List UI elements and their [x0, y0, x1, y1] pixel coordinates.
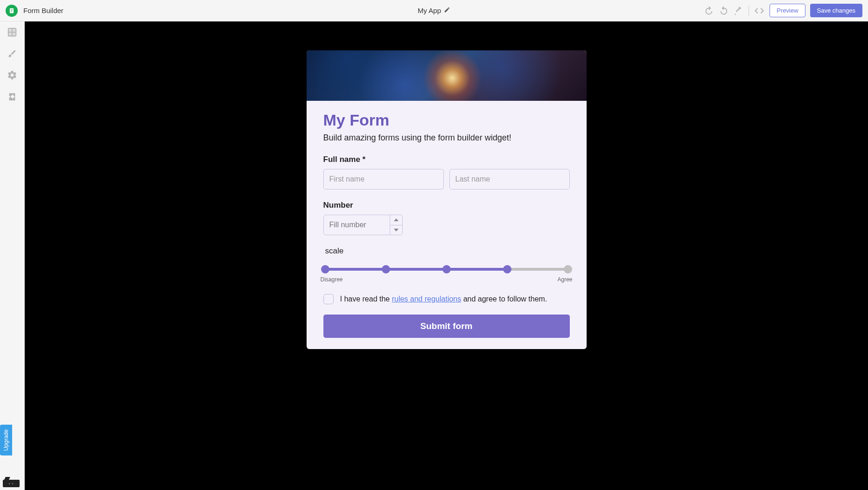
app-label: Form Builder [23, 7, 63, 14]
topbar: Form Builder My App Preview Save changes [0, 0, 868, 21]
edit-title-icon[interactable] [444, 7, 450, 15]
redo-icon[interactable] [719, 6, 729, 16]
analytics-icon[interactable] [7, 91, 17, 102]
grid-icon[interactable] [7, 27, 17, 37]
code-icon[interactable] [754, 5, 765, 16]
number-step-up[interactable] [390, 215, 403, 225]
toolbar-divider [749, 6, 749, 16]
form-header-image [307, 50, 587, 101]
document-icon [8, 7, 15, 14]
consent-text: I have read the rules and regulations an… [340, 295, 547, 303]
scale-left-label: Disagree [321, 276, 343, 283]
preview-button[interactable]: Preview [770, 4, 805, 17]
form-subtitle: Build amazing forms using the form build… [323, 133, 570, 143]
number-step-down[interactable] [390, 225, 403, 236]
number-label: Number [323, 201, 570, 210]
form-card[interactable]: My Form Build amazing forms using the fo… [307, 50, 587, 349]
svg-rect-3 [11, 11, 12, 12]
last-name-input[interactable] [449, 169, 570, 189]
svg-rect-2 [11, 10, 13, 11]
paintbrush-icon[interactable] [7, 49, 17, 59]
scale-right-label: Agree [557, 276, 572, 283]
left-sidebar [0, 21, 25, 490]
svg-rect-1 [11, 9, 13, 10]
undo-icon[interactable] [704, 6, 714, 16]
consent-checkbox[interactable] [323, 294, 334, 304]
corner-badge: › ‹ [3, 480, 20, 487]
upgrade-tab[interactable]: Upgrade [0, 425, 12, 455]
hammer-icon[interactable] [734, 6, 744, 16]
gear-icon[interactable] [7, 70, 17, 80]
submit-button[interactable]: Submit form [323, 315, 570, 338]
app-logo[interactable] [6, 5, 18, 17]
app-title[interactable]: My App [418, 7, 441, 14]
fullname-label: Full name * [323, 155, 570, 164]
scale-slider[interactable] [325, 268, 568, 271]
form-title: My Form [323, 111, 570, 129]
rules-link[interactable]: rules and regulations [392, 295, 462, 303]
scale-label: scale [323, 246, 570, 256]
save-button[interactable]: Save changes [810, 4, 862, 17]
first-name-input[interactable] [323, 169, 444, 189]
canvas[interactable]: My Form Build amazing forms using the fo… [25, 21, 868, 490]
